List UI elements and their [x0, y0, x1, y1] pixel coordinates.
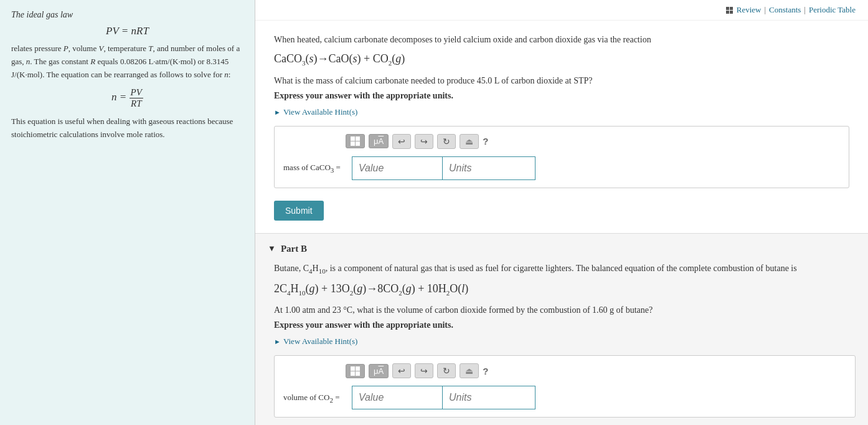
- part-b-mu-button[interactable]: μA: [369, 364, 389, 378]
- hint-arrow-icon: ►: [274, 108, 281, 116]
- part-a-area: When heated, calcium carbonate decompose…: [255, 21, 868, 233]
- top-bar: Review | Constants | Periodic Table: [255, 0, 868, 21]
- main-formula: PV = nRT: [11, 25, 243, 37]
- part-a-equation: CaCO3(s)→CaO(s) + CO2(g): [274, 52, 849, 67]
- part-b-intro: Butane, C4H10, is a component of natural…: [274, 262, 856, 276]
- part-a-question: What is the mass of calcium carbonate ne…: [274, 74, 849, 87]
- part-b-keyboard-button[interactable]: ⏏: [460, 363, 479, 378]
- part-b-input-label: volume of CO2 =: [283, 393, 352, 404]
- part-a-units-input[interactable]: [442, 156, 535, 180]
- undo-button[interactable]: ↩: [392, 134, 411, 149]
- part-b-header: ▼ Part B: [268, 244, 856, 254]
- left-footer: This equation is useful when dealing wit…: [11, 115, 243, 141]
- part-a-express: Express your answer with the appropriate…: [274, 91, 849, 101]
- part-b-grid-icon: [351, 366, 360, 376]
- submit-button[interactable]: Submit: [274, 201, 324, 221]
- part-b-reset-button[interactable]: ↻: [437, 363, 456, 378]
- part-b-input-row: volume of CO2 =: [283, 386, 846, 409]
- part-b-value-input[interactable]: [352, 386, 442, 409]
- review-link[interactable]: Review: [737, 5, 762, 15]
- part-a-input-row: mass of CaCO3 =: [283, 156, 840, 180]
- part-a-answer-box: μA ↩ ↪ ↻ ⏏ ? mass of CaCO3 =: [274, 126, 849, 188]
- part-b-express: Express your answer with the appropriate…: [274, 320, 856, 330]
- part-b-equation: 2C4H10(g) + 13O2(g)→8CO2(g) + 10H2O(l): [274, 282, 856, 297]
- left-title: The ideal gas law: [11, 10, 243, 20]
- right-panel: Review | Constants | Periodic Table When…: [255, 0, 868, 425]
- part-b-units-input[interactable]: [442, 386, 535, 409]
- part-b-arrow-icon[interactable]: ▼: [268, 244, 276, 254]
- part-a-input-label: mass of CaCO3 =: [283, 163, 352, 174]
- part-a-toolbar: μA ↩ ↪ ↻ ⏏ ?: [283, 134, 840, 149]
- keyboard-button[interactable]: ⏏: [460, 134, 479, 149]
- grid-button[interactable]: [346, 134, 365, 148]
- part-b-redo-button[interactable]: ↪: [415, 363, 433, 378]
- part-b-hint[interactable]: ► View Available Hint(s): [274, 337, 856, 346]
- part-b-toolbar: μA ↩ ↪ ↻ ⏏ ?: [283, 363, 846, 378]
- part-a-hint[interactable]: ► View Available Hint(s): [274, 107, 849, 117]
- part-a-value-input[interactable]: [352, 156, 442, 180]
- grid-icon: [351, 136, 360, 146]
- constants-link[interactable]: Constants: [769, 5, 801, 15]
- part-b-grid-button[interactable]: [346, 364, 365, 378]
- periodic-table-link[interactable]: Periodic Table: [809, 5, 856, 15]
- part-a-intro: When heated, calcium carbonate decompose…: [274, 33, 849, 46]
- help-button[interactable]: ?: [483, 136, 488, 146]
- reset-button[interactable]: ↻: [437, 134, 456, 149]
- part-b-undo-button[interactable]: ↩: [392, 363, 411, 378]
- part-b-hint-arrow-icon: ►: [274, 338, 281, 345]
- part-b-answer-box: μA ↩ ↪ ↻ ⏏ ? volume of CO2 =: [274, 355, 856, 418]
- redo-button[interactable]: ↪: [415, 134, 433, 149]
- part-b-help-button[interactable]: ?: [483, 366, 488, 376]
- part-b-question: At 1.00 atm and 23 °C, what is the volum…: [274, 303, 856, 317]
- left-panel: The ideal gas law PV = nRT relates press…: [0, 0, 255, 425]
- part-b-title: Part B: [281, 244, 307, 254]
- derived-equation: n = PV RT: [11, 87, 243, 109]
- squares-icon: [726, 7, 733, 14]
- left-body: relates pressure P, volume V, temperatur…: [11, 42, 243, 81]
- part-b-content: Butane, C4H10, is a component of natural…: [268, 262, 856, 418]
- mu-button[interactable]: μA: [369, 134, 389, 148]
- part-b-section: ▼ Part B Butane, C4H10, is a component o…: [255, 233, 868, 425]
